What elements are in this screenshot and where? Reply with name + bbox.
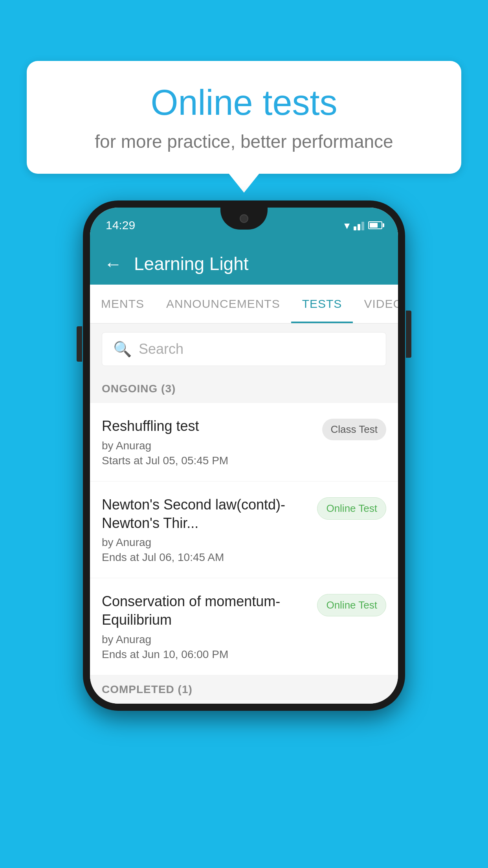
completed-section-header: COMPLETED (1) [90,675,398,704]
ongoing-section-header: ONGOING (3) [90,375,398,403]
signal-icon [354,220,364,230]
test-info-1: Reshuffling test by Anurag Starts at Jul… [102,417,322,467]
speech-bubble: Online tests for more practice, better p… [27,61,461,174]
test-badge-3: Online Test [317,594,386,616]
tab-videos[interactable]: VIDEOS [353,285,398,323]
test-by-2: by Anurag [102,536,309,549]
status-bar: 14:29 ▾ [90,208,398,243]
test-by-3: by Anurag [102,633,309,646]
test-time-2: Ends at Jul 06, 10:45 AM [102,551,309,564]
search-placeholder: Search [139,341,183,357]
phone-outer-frame: 14:29 ▾ ← Learning Light [83,200,405,711]
test-info-3: Conservation of momentum-Equilibrium by … [102,592,317,661]
completed-label: COMPLETED (1) [102,683,386,696]
ongoing-label: ONGOING (3) [102,383,386,395]
test-badge-1: Class Test [322,419,386,440]
app-title: Learning Light [134,253,249,274]
search-bar-wrapper: 🔍 Search [90,324,398,375]
back-button[interactable]: ← [104,255,122,273]
test-badge-2: Online Test [317,497,386,520]
wifi-icon: ▾ [344,219,350,232]
tab-ments[interactable]: MENTS [90,285,155,323]
test-info-2: Newton's Second law(contd)-Newton's Thir… [102,496,317,564]
search-bar[interactable]: 🔍 Search [102,332,386,366]
bubble-title: Online tests [50,83,438,123]
test-time-3: Ends at Jun 10, 06:00 PM [102,648,309,661]
test-name-1: Reshuffling test [102,417,314,436]
app-header: ← Learning Light [90,243,398,285]
phone-device: 14:29 ▾ ← Learning Light [83,200,405,711]
test-time-1: Starts at Jul 05, 05:45 PM [102,454,314,467]
camera-dot [240,214,248,223]
bubble-subtitle: for more practice, better performance [50,131,438,152]
status-time: 14:29 [106,219,135,232]
battery-icon [368,221,382,229]
test-item-2[interactable]: Newton's Second law(contd)-Newton's Thir… [90,482,398,579]
battery-fill [370,223,378,228]
tab-announcements[interactable]: ANNOUNCEMENTS [155,285,291,323]
test-by-1: by Anurag [102,440,314,452]
status-icons: ▾ [344,219,382,232]
phone-screen: 14:29 ▾ ← Learning Light [90,208,398,704]
search-icon: 🔍 [113,340,132,358]
test-name-3: Conservation of momentum-Equilibrium [102,592,309,629]
tab-tests[interactable]: TESTS [291,285,353,323]
test-item-1[interactable]: Reshuffling test by Anurag Starts at Jul… [90,403,398,482]
notch [220,208,268,230]
test-item-3[interactable]: Conservation of momentum-Equilibrium by … [90,578,398,675]
test-name-2: Newton's Second law(contd)-Newton's Thir… [102,496,309,533]
tabs-bar: MENTS ANNOUNCEMENTS TESTS VIDEOS [90,285,398,324]
test-list: Reshuffling test by Anurag Starts at Jul… [90,403,398,675]
